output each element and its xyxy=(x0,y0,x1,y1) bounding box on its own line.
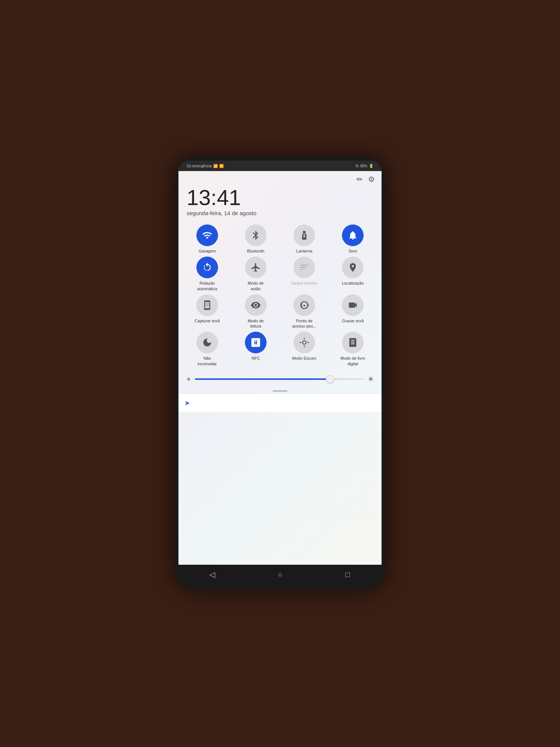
phone-device: Só emergência 📶 🛜 N 49% 🔋 ✏ ⚙ 13:41 segu… xyxy=(175,157,385,590)
toggle-circle-nao-incomodar xyxy=(196,332,218,353)
toggle-label-aviao: Modo de avião xyxy=(242,280,269,291)
quick-header: ✏ ⚙ xyxy=(178,171,382,185)
toggle-label-nfc: NFC xyxy=(252,356,260,361)
toggle-label-escuro: Modo Escuro xyxy=(292,356,317,361)
clock-date: segunda-feira, 14 de agosto xyxy=(187,210,373,216)
toggle-circle-lanterna xyxy=(293,224,315,246)
toggle-som[interactable]: Som xyxy=(329,224,376,254)
eye-icon xyxy=(251,300,261,310)
brightness-section: ☀ ☀ xyxy=(178,369,382,389)
toggle-label-ponto: Ponto de acesso pes... xyxy=(291,318,318,329)
status-bar: Só emergência 📶 🛜 N 49% 🔋 xyxy=(178,161,382,171)
home-button[interactable]: ○ xyxy=(272,566,288,583)
toggle-leitura[interactable]: Modo de leitura xyxy=(232,294,279,329)
status-right: N 49% 🔋 xyxy=(356,164,373,168)
toggle-nfc[interactable]: NFC xyxy=(232,332,279,366)
nfc-status-icon: N xyxy=(356,164,358,168)
battery-icon: 🔋 xyxy=(369,164,373,168)
back-button[interactable]: ◁ xyxy=(204,566,221,583)
toggle-localizacao[interactable]: Localização xyxy=(329,257,376,291)
flashlight-icon xyxy=(299,230,309,241)
notification-icon: ➤ xyxy=(184,399,190,407)
toggle-circle-dados xyxy=(293,257,315,278)
clock-time: 13:41 xyxy=(187,187,373,208)
toggle-circle-localizacao xyxy=(342,257,364,278)
toggle-label-gravar: Gravar ecrã xyxy=(342,318,364,323)
toggle-bluetooth[interactable]: Bluetooth xyxy=(232,224,279,254)
toggle-circle-capturar xyxy=(196,294,218,316)
toggle-escuro[interactable]: Modo Escuro xyxy=(281,332,328,366)
wifi-icon xyxy=(202,230,212,241)
toggle-gravar[interactable]: Gravar ecrã xyxy=(329,294,376,329)
toggle-rotacao[interactable]: Rotação automática xyxy=(184,257,231,291)
wifi-icon: 🛜 xyxy=(219,164,224,168)
brightness-track[interactable] xyxy=(195,378,364,380)
toggle-garagem[interactable]: Garagem xyxy=(184,224,231,254)
notification-area[interactable]: ➤ xyxy=(178,393,382,412)
nfc-icon xyxy=(251,337,261,348)
toggle-ponto[interactable]: Ponto de acesso pes... xyxy=(281,294,328,329)
toggle-livro[interactable]: Modo de livro digital xyxy=(329,332,376,366)
recents-button[interactable]: □ xyxy=(339,566,356,583)
emergency-text: Só emergência xyxy=(187,164,212,168)
edit-icon[interactable]: ✏ xyxy=(357,175,363,184)
toggle-circle-nfc xyxy=(245,332,267,353)
toggle-capturar[interactable]: Capturar ecrã xyxy=(184,294,231,329)
toggle-circle-garagem xyxy=(196,224,218,246)
toggle-label-som: Som xyxy=(349,248,357,254)
toggle-circle-livro xyxy=(342,332,364,353)
airplane-icon xyxy=(251,262,261,273)
toggle-circle-gravar xyxy=(342,294,364,316)
toggle-label-livro: Modo de livro digital xyxy=(339,356,366,366)
toggle-label-leitura: Modo de leitura xyxy=(242,318,269,329)
location-icon xyxy=(348,262,358,273)
screenshot-icon xyxy=(202,300,212,310)
dark-mode-icon xyxy=(299,337,309,348)
book-icon xyxy=(348,337,358,348)
toggle-label-rotacao: Rotação automática xyxy=(194,280,221,291)
toggle-circle-leitura xyxy=(245,294,267,316)
data-icon xyxy=(299,262,309,273)
toggle-label-localizacao: Localização xyxy=(342,280,364,286)
bottom-nav: ◁ ○ □ xyxy=(178,565,382,584)
hotspot-icon xyxy=(299,300,309,310)
toggle-circle-escuro xyxy=(293,332,315,353)
record-icon xyxy=(348,300,358,310)
toggle-lanterna[interactable]: Lanterna xyxy=(281,224,328,254)
toggle-circle-som xyxy=(342,224,364,246)
time-section: 13:41 segunda-feira, 14 de agosto xyxy=(178,185,382,222)
toggle-circle-ponto xyxy=(293,294,315,316)
phone-screen: ✏ ⚙ 13:41 segunda-feira, 14 de agosto Ga xyxy=(178,171,382,565)
toggle-nao-incomodar[interactable]: Não incomodar xyxy=(184,332,231,366)
status-left: Só emergência 📶 🛜 xyxy=(187,164,224,168)
swipe-indicator xyxy=(178,389,382,393)
screen-content: ✏ ⚙ 13:41 segunda-feira, 14 de agosto Ga xyxy=(178,171,382,565)
signal-icon: 📶 xyxy=(213,164,218,168)
moon-icon xyxy=(202,337,212,348)
toggle-label-capturar: Capturar ecrã xyxy=(195,318,220,323)
toggle-label-dados: Dados móveis xyxy=(291,280,317,286)
battery-percent: 49% xyxy=(360,164,367,168)
brightness-low-icon: ☀ xyxy=(186,376,191,383)
swipe-bar xyxy=(273,390,287,392)
toggles-grid: Garagem Bluetooth xyxy=(178,224,382,366)
toggle-label-garagem: Garagem xyxy=(199,248,216,254)
toggle-label-nao-incomodar: Não incomodar xyxy=(194,356,221,366)
brightness-thumb[interactable] xyxy=(326,375,334,383)
toggle-circle-rotacao xyxy=(196,257,218,278)
toggle-label-lanterna: Lanterna xyxy=(296,248,312,254)
brightness-high-icon: ☀ xyxy=(367,375,374,384)
rotate-icon xyxy=(202,262,212,273)
toggle-dados[interactable]: Dados móveis xyxy=(281,257,328,291)
toggle-circle-bluetooth xyxy=(245,224,267,246)
bell-icon xyxy=(348,230,358,241)
brightness-fill xyxy=(195,378,330,380)
toggle-aviao[interactable]: Modo de avião xyxy=(232,257,279,291)
toggle-circle-aviao xyxy=(245,257,267,278)
bluetooth-icon xyxy=(251,230,261,241)
toggle-label-bluetooth: Bluetooth xyxy=(247,248,264,254)
settings-icon[interactable]: ⚙ xyxy=(368,175,375,184)
